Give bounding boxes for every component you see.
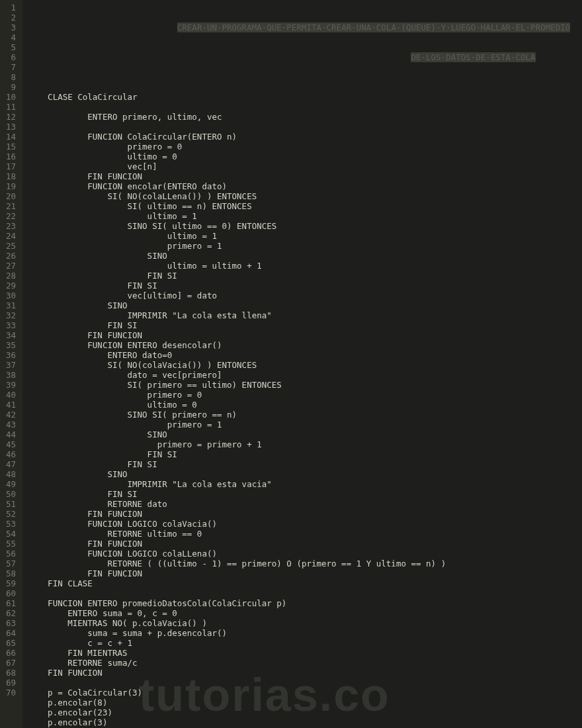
line-number: 32 — [4, 310, 16, 320]
line-number: 43 — [4, 420, 16, 430]
code-line: SI( NO(colaLLena()) ) ENTONCES — [28, 191, 582, 201]
code-line — [28, 82, 582, 92]
code-line: ultimo = 1 — [28, 211, 582, 221]
code-editor[interactable]: 1 2 345678910111213141516171819202122232… — [0, 0, 582, 728]
line-number: 50 — [4, 489, 16, 499]
line-number: 19 — [4, 181, 16, 191]
line-number: 33 — [4, 320, 16, 330]
line-number: 4 — [4, 32, 16, 42]
code-line: ENTERO suma = 0, c = 0 — [28, 608, 582, 618]
line-number: 42 — [4, 410, 16, 420]
code-line: FIN FUNCION — [28, 539, 582, 549]
code-line: CREAR·UN·PROGRAMA·QUE·PERMITA·CREAR·UNA·… — [28, 23, 582, 32]
code-line — [28, 678, 582, 688]
line-number: 36 — [4, 350, 16, 360]
code-line: SI( primero == ultimo) ENTONCES — [28, 380, 582, 390]
line-number: 48 — [4, 469, 16, 479]
code-line: FIN SI — [28, 281, 582, 291]
line-number: 45 — [4, 439, 16, 449]
code-line: DE·LOS·DATOS·DE·ESTA·COLA — [28, 52, 582, 62]
line-number: 67 — [4, 658, 16, 668]
code-line: FIN FUNCION — [28, 330, 582, 340]
line-number: 35 — [4, 340, 16, 350]
code-line: FIN FUNCION — [28, 569, 582, 578]
line-number: 54 — [4, 529, 16, 539]
code-line: FUNCION LOGICO colaVacia() — [28, 519, 582, 529]
line-number: 56 — [4, 549, 16, 559]
code-area[interactable]: CREAR·UN·PROGRAMA·QUE·PERMITA·CREAR·UNA·… — [22, 0, 582, 728]
code-line: CLASE ColaCircular — [28, 92, 582, 102]
line-number: 65 — [4, 638, 16, 648]
code-line: vec[n] — [28, 161, 582, 171]
code-line: FUNCION ENTERO desencolar() — [28, 340, 582, 350]
code-line: primero = primero + 1 — [28, 439, 582, 449]
code-line: SINO SI( primero == n) — [28, 410, 582, 420]
code-line: SINO — [28, 469, 582, 479]
code-line: ENTERO dato=0 — [28, 350, 582, 360]
line-number: 34 — [4, 330, 16, 340]
code-line: p.encolar(23) — [28, 707, 582, 717]
code-line: p.encolar(3) — [28, 717, 582, 727]
line-number: 10 — [4, 92, 16, 102]
code-line: FIN SI — [28, 459, 582, 469]
code-line: ENTERO primero, ultimo, vec — [28, 112, 582, 122]
line-number: 21 — [4, 201, 16, 211]
code-line: dato = vec[primero] — [28, 370, 582, 380]
line-number: 1 — [4, 3, 16, 13]
line-number: 8 — [4, 72, 16, 82]
line-number: 2 — [4, 13, 16, 23]
line-number: 61 — [4, 598, 16, 608]
line-number: 60 — [4, 588, 16, 598]
code-line: FIN FUNCION — [28, 509, 582, 519]
line-number: 25 — [4, 241, 16, 251]
line-number: 37 — [4, 360, 16, 370]
line-number: 59 — [4, 578, 16, 588]
code-line: primero = 1 — [28, 241, 582, 251]
line-number: 31 — [4, 300, 16, 310]
line-number: 11 — [4, 102, 16, 112]
code-line: FIN SI — [28, 271, 582, 281]
code-line: FIN SI — [28, 489, 582, 499]
code-line: suma = suma + p.desencolar() — [28, 628, 582, 638]
code-line: SINO SI( ultimo == 0) ENTONCES — [28, 221, 582, 231]
line-number: 46 — [4, 449, 16, 459]
code-line: MIENTRAS NO( p.colaVacia() ) — [28, 618, 582, 628]
line-number: 55 — [4, 539, 16, 549]
code-line: SINO — [28, 430, 582, 439]
line-number: 68 — [4, 668, 16, 678]
line-number: 44 — [4, 430, 16, 439]
line-number: 16 — [4, 152, 16, 161]
line-number: 27 — [4, 261, 16, 271]
code-line: FUNCION LOGICO colaLLena() — [28, 549, 582, 559]
highlighted-comment: DE·LOS·DATOS·DE·ESTA·COLA — [411, 52, 535, 62]
line-number: 13 — [4, 122, 16, 132]
line-number: 51 — [4, 499, 16, 509]
code-line: SINO — [28, 251, 582, 261]
line-number-gutter: 1 2 345678910111213141516171819202122232… — [0, 0, 22, 728]
code-line: FIN MIENTRAS — [28, 648, 582, 658]
line-number: 12 — [4, 112, 16, 122]
code-line: RETORNE dato — [28, 499, 582, 509]
line-number: 18 — [4, 171, 16, 181]
code-line: FUNCION ENTERO promedioDatosCola(ColaCir… — [28, 598, 582, 608]
code-line: FIN FUNCION — [28, 171, 582, 181]
line-number: 69 — [4, 678, 16, 688]
code-line — [28, 588, 582, 598]
code-line: ultimo = 1 — [28, 231, 582, 241]
line-number: 53 — [4, 519, 16, 529]
line-number: 49 — [4, 479, 16, 489]
code-line: p = ColaCircular(3) — [28, 688, 582, 698]
line-number: 39 — [4, 380, 16, 390]
line-number: 20 — [4, 191, 16, 201]
code-line: primero = 0 — [28, 142, 582, 152]
line-number: 64 — [4, 628, 16, 638]
line-number: 30 — [4, 291, 16, 300]
line-number: 70 — [4, 688, 16, 698]
code-line: IMPRIMIR "La cola esta vacia" — [28, 479, 582, 489]
line-number: 58 — [4, 569, 16, 578]
line-number: 38 — [4, 370, 16, 380]
code-line: c = c + 1 — [28, 638, 582, 648]
code-line: SINO — [28, 300, 582, 310]
code-line: p.encolar(8) — [28, 698, 582, 707]
line-number: 24 — [4, 231, 16, 241]
